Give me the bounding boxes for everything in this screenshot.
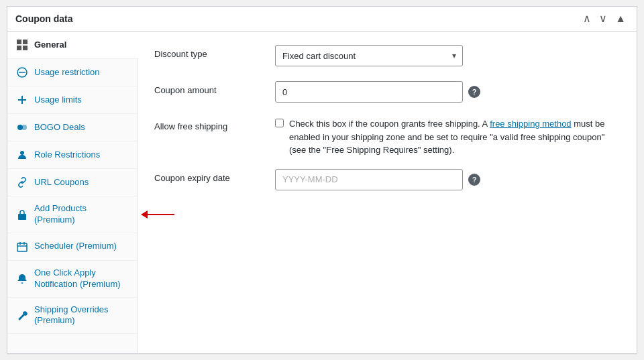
svg-point-9 [21,125,27,130]
allow-free-shipping-row: Allow free shipping Check this box if th… [154,117,621,157]
wrench-icon [15,308,29,322]
link-icon [15,176,29,189]
sidebar-label-scheduler: Scheduler (Premium) [34,241,117,252]
coupon-amount-label: Coupon amount [154,81,275,95]
grid-icon [15,38,29,52]
sidebar-label-bogo: BOGO Deals [34,122,85,133]
arrow-head [141,211,148,219]
sidebar-label-one-click: One Click Apply Notification (Premium) [34,267,129,290]
svg-rect-1 [23,40,28,44]
coupon-amount-control: ? [275,81,621,103]
main-content: Discount type Percentage discount Fixed … [138,32,637,353]
svg-rect-2 [17,46,21,50]
collapse-button[interactable]: ∧ [580,12,594,25]
free-shipping-method-link[interactable]: free shipping method [490,119,571,129]
sidebar-label-role-restrictions: Role Restrictions [34,149,100,161]
lock-icon [15,208,29,221]
box-body: General Usage restriction Usage limits B… [7,32,637,353]
bogo-icon [15,121,29,134]
sidebar: General Usage restriction Usage limits B… [7,32,138,353]
discount-type-select-wrapper: Percentage discount Fixed cart discount … [275,45,463,66]
person-icon [15,148,29,162]
sidebar-label-add-products: Add Products (Premium) [34,203,129,226]
allow-free-shipping-control: Check this box if the coupon grants free… [275,117,621,157]
arrow-line [148,214,174,215]
discount-type-label: Discount type [154,45,275,59]
coupon-expiry-label: Coupon expiry date [154,169,275,183]
sidebar-item-scheduler[interactable]: Scheduler (Premium) [7,233,138,261]
sidebar-label-url-coupons: URL Coupons [34,177,89,188]
sidebar-item-one-click-apply[interactable]: One Click Apply Notification (Premium) [7,261,138,298]
sidebar-label-general: General [34,40,66,51]
sidebar-label-shipping-overrides: Shipping Overrides (Premium) [34,304,129,327]
header-controls: ∧ ∨ ▲ [580,12,629,25]
svg-point-10 [20,151,24,155]
discount-type-select[interactable]: Percentage discount Fixed cart discount … [275,45,463,66]
sidebar-label-usage-restriction: Usage restriction [34,67,100,78]
sidebar-item-usage-limits[interactable]: Usage limits [7,86,138,114]
sidebar-label-usage-limits: Usage limits [34,95,82,106]
svg-rect-11 [18,214,26,220]
notification-icon [15,272,29,286]
coupon-data-box: Coupon data ∧ ∨ ▲ General Usage restrict… [7,6,637,354]
svg-rect-12 [17,243,27,251]
sidebar-item-role-restrictions[interactable]: Role Restrictions [7,141,138,169]
sidebar-item-bogo-deals[interactable]: BOGO Deals [7,114,138,141]
coupon-expiry-input[interactable] [275,169,463,190]
coupon-amount-help-icon[interactable]: ? [468,86,480,98]
box-title: Coupon data [15,13,73,24]
restrict-icon [15,66,29,79]
free-shipping-desc-before: Check this box if the coupon grants free… [289,119,490,129]
svg-rect-3 [23,46,28,50]
coupon-amount-row: Coupon amount ? [154,81,621,105]
sidebar-item-shipping-overrides[interactable]: Shipping Overrides (Premium) [7,298,138,335]
sidebar-item-general[interactable]: General [7,32,138,59]
sidebar-item-url-coupons[interactable]: URL Coupons [7,169,138,196]
plus-icon [15,93,29,107]
allow-free-shipping-checkbox[interactable] [275,119,284,127]
allow-free-shipping-description: Check this box if the coupon grants free… [289,117,621,157]
expand-button[interactable]: ∨ [596,12,610,25]
box-header: Coupon data ∧ ∨ ▲ [7,7,637,32]
discount-type-control: Percentage discount Fixed cart discount … [275,45,621,66]
sidebar-item-usage-restriction[interactable]: Usage restriction [7,59,138,86]
coupon-amount-input[interactable] [275,81,463,103]
coupon-expiry-control: ? [275,169,621,190]
allow-free-shipping-label: Allow free shipping [154,117,275,131]
calendar-icon [15,240,29,253]
svg-rect-0 [17,40,21,44]
sidebar-item-add-products[interactable]: Add Products (Premium) [7,196,138,233]
red-arrow [141,211,174,219]
checkbox-row: Check this box if the coupon grants free… [275,117,621,157]
coupon-expiry-row: Coupon expiry date ? [154,169,621,193]
toggle-button[interactable]: ▲ [612,12,629,25]
coupon-expiry-help-icon[interactable]: ? [468,174,480,186]
discount-type-row: Discount type Percentage discount Fixed … [154,45,621,69]
